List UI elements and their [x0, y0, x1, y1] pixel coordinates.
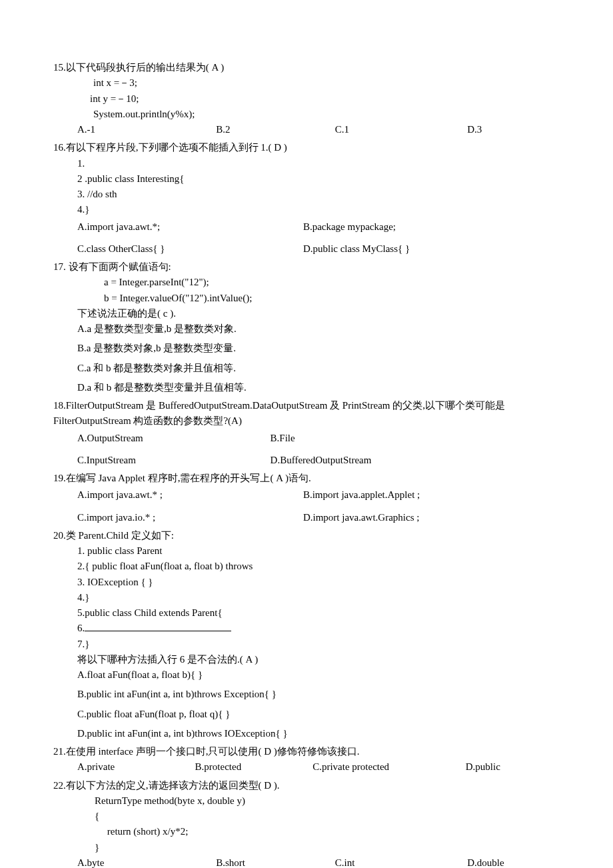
option-b: B.import java.applet.Applet ; — [303, 487, 560, 503]
q17-code: b = Integer.valueOf("12").intValue(); — [53, 291, 560, 306]
question-22: 22.有以下方法的定义,请选择该方法的返回类型( D ). ReturnType… — [53, 778, 560, 869]
q18-row2: C.InputStream D.BufferedOutputStream — [53, 453, 560, 468]
option-c: C.1 — [335, 122, 467, 137]
q20-code: 3. IOException { } — [53, 575, 560, 590]
q18-head: 18.FilterOutputStream 是 BufferedOutputSt… — [53, 398, 560, 429]
option-c: C.private protected — [312, 759, 466, 775]
q19-row1: A.import java.awt.* ; B.import java.appl… — [53, 487, 560, 503]
q20-code: 2.{ public float aFun(float a, float b) … — [53, 559, 560, 574]
q19-row2: C.import java.io.* ; D.import java.awt.G… — [53, 510, 560, 525]
option-a: A.-1 — [77, 122, 216, 137]
q22-code: } — [53, 840, 560, 855]
option-a: A.a 是整数类型变量,b 是整数类对象. — [53, 321, 560, 337]
option-c: C.int — [335, 855, 467, 868]
option-b: B.protected — [195, 759, 313, 775]
question-20: 20.类 Parent.Child 定义如下: 1. public class … — [53, 528, 560, 741]
option-c: C.public float aFun(float p, float q){ } — [53, 707, 560, 722]
q20-code: 6. — [53, 621, 560, 636]
q17-sub: 下述说法正确的是( c ). — [53, 306, 560, 321]
q20-code: 4.} — [53, 590, 560, 605]
q20-head: 20.类 Parent.Child 定义如下: — [53, 528, 560, 543]
q20-code: 5.public class Child extends Parent{ — [53, 605, 560, 621]
q15-head: 15.以下代码段执行后的输出结果为( A ) — [53, 60, 560, 75]
question-15: 15.以下代码段执行后的输出结果为( A ) int x =－3; int y … — [53, 60, 560, 137]
option-b: B.File — [271, 431, 560, 446]
q19-head: 19.在编写 Java Applet 程序时,需在程序的开头写上( A )语句. — [53, 471, 560, 486]
q15-code: int x =－3; — [53, 75, 560, 91]
q16-code: 4.} — [53, 202, 560, 217]
q22-code: { — [53, 809, 560, 824]
option-d: D.3 — [467, 122, 560, 137]
option-a: A.byte — [77, 855, 216, 868]
option-b: B.public int aFun(int a, int b)throws Ex… — [53, 687, 560, 702]
question-19: 19.在编写 Java Applet 程序时,需在程序的开头写上( A )语句.… — [53, 471, 560, 525]
option-d: D.a 和 b 都是整数类型变量并且值相等. — [53, 380, 560, 395]
q17-head: 17. 设有下面两个赋值语句: — [53, 259, 560, 275]
q22-options: A.byte B.short C.int D.double — [53, 855, 560, 868]
q20-code: 7.} — [53, 637, 560, 652]
option-b: B.package mypackage; — [303, 219, 560, 235]
q17-code: a = Integer.parseInt("12"); — [53, 275, 560, 290]
option-b: B.a 是整数类对象,b 是整数类型变量. — [53, 341, 560, 356]
q15-code: System.out.println(y%x); — [53, 107, 560, 122]
option-a: A.float aFun(float a, float b){ } — [53, 667, 560, 683]
q18-row1: A.OutputStream B.File — [53, 431, 560, 446]
q22-code: ReturnType method(byte x, double y) — [53, 793, 560, 809]
option-c: C.import java.io.* ; — [77, 510, 303, 525]
option-d: D.public — [466, 759, 560, 775]
q20-code: 1. public class Parent — [53, 543, 560, 559]
option-a: A.import java.awt.* ; — [77, 487, 303, 503]
q16-row1: A.import java.awt.*; B.package mypackage… — [53, 219, 560, 235]
option-d: D.double — [467, 855, 560, 868]
option-c: C.a 和 b 都是整数类对象并且值相等. — [53, 361, 560, 376]
q16-code: 1. — [53, 156, 560, 171]
q15-options: A.-1 B.2 C.1 D.3 — [53, 122, 560, 137]
option-a: A.import java.awt.*; — [77, 219, 303, 235]
q20-sub: 将以下哪种方法插入行 6 是不合法的.( A ) — [53, 652, 560, 667]
option-c: C.class OtherClass{ } — [77, 241, 303, 257]
option-b: B.2 — [216, 122, 335, 137]
q21-head: 21.在使用 interface 声明一个接口时,只可以使用( D )修饰符修饰… — [53, 744, 560, 759]
q15-code: int y =－10; — [53, 91, 560, 107]
q16-row2: C.class OtherClass{ } D.public class MyC… — [53, 241, 560, 257]
option-d: D.BufferedOutputStream — [271, 453, 560, 468]
q16-head: 16.有以下程序片段,下列哪个选项不能插入到行 1.( D ) — [53, 140, 560, 155]
q16-code: 2 .public class Interesting{ — [53, 171, 560, 187]
question-17: 17. 设有下面两个赋值语句: a = Integer.parseInt("12… — [53, 259, 560, 395]
q16-code: 3. //do sth — [53, 187, 560, 202]
q22-head: 22.有以下方法的定义,请选择该方法的返回类型( D ). — [53, 778, 560, 793]
question-18: 18.FilterOutputStream 是 BufferedOutputSt… — [53, 398, 560, 468]
option-a: A.OutputStream — [77, 431, 271, 446]
option-c: C.InputStream — [77, 453, 271, 468]
line6-prefix: 6. — [77, 623, 85, 633]
option-b: B.short — [216, 855, 335, 868]
option-d: D.public class MyClass{ } — [303, 241, 560, 257]
document-page: 15.以下代码段执行后的输出结果为( A ) int x =－3; int y … — [0, 0, 613, 868]
q22-code: return (short) x/y*2; — [53, 824, 560, 839]
q21-options: A.private B.protected C.private protecte… — [53, 759, 560, 775]
question-21: 21.在使用 interface 声明一个接口时,只可以使用( D )修饰符修饰… — [53, 744, 560, 775]
question-16: 16.有以下程序片段,下列哪个选项不能插入到行 1.( D ) 1. 2 .pu… — [53, 140, 560, 257]
option-d: D.public int aFun(int a, int b)throws IO… — [53, 726, 560, 741]
option-d: D.import java.awt.Graphics ; — [303, 510, 560, 525]
blank-line — [85, 621, 231, 631]
option-a: A.private — [77, 759, 195, 775]
